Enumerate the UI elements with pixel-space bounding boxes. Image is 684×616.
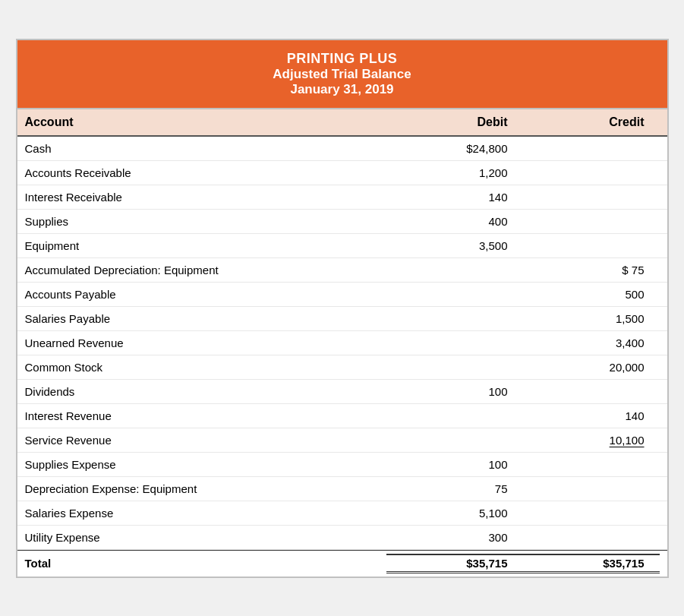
table-date: January 31, 2019	[25, 82, 660, 97]
account-cell: Dividends	[25, 385, 386, 398]
account-cell: Unearned Revenue	[25, 336, 386, 349]
table-row: Supplies400	[17, 210, 667, 234]
credit-cell: 140	[523, 409, 660, 422]
credit-cell: 1,500	[523, 312, 660, 325]
account-cell: Utility Expense	[25, 531, 386, 544]
table-row: Total$35,715$35,715	[17, 550, 667, 577]
debit-cell: 75	[386, 482, 523, 495]
table-row: Accounts Receivable1,200	[17, 161, 667, 185]
company-name: PRINTING PLUS	[25, 51, 660, 67]
table-row: Interest Revenue140	[17, 404, 667, 428]
table-row: Unearned Revenue3,400	[17, 331, 667, 355]
table-row: Equipment3,500	[17, 234, 667, 258]
col-credit-header: Credit	[523, 115, 660, 129]
account-cell: Salaries Expense	[25, 507, 386, 520]
account-cell: Interest Revenue	[25, 409, 386, 422]
account-cell: Common Stock	[25, 361, 386, 374]
col-account-header: Account	[25, 115, 386, 129]
debit-cell: 400	[386, 215, 523, 228]
account-cell: Accounts Payable	[25, 288, 386, 301]
debit-cell: 100	[386, 385, 523, 398]
account-cell: Total	[25, 557, 386, 570]
table-row: Interest Receivable140	[17, 185, 667, 210]
table-body: Cash$24,800Accounts Receivable1,200Inter…	[17, 137, 667, 577]
table-row: Service Revenue10,100	[17, 428, 667, 453]
table-title: Adjusted Trial Balance	[25, 67, 660, 82]
credit-cell: 500	[523, 288, 660, 301]
account-cell: Service Revenue	[25, 434, 386, 447]
table-row: Utility Expense300	[17, 526, 667, 550]
table-row: Salaries Expense5,100	[17, 501, 667, 526]
table-row: Accounts Payable500	[17, 283, 667, 307]
table-row: Supplies Expense100	[17, 453, 667, 477]
account-cell: Accumulated Depreciation: Equipment	[25, 264, 386, 276]
debit-cell: $24,800	[386, 142, 523, 155]
credit-cell: 10,100	[523, 434, 660, 447]
table-row: Cash$24,800	[17, 137, 667, 161]
debit-cell: 100	[386, 458, 523, 471]
account-cell: Depreciation Expense: Equipment	[25, 482, 386, 495]
table-row: Common Stock20,000	[17, 355, 667, 380]
table-header: PRINTING PLUS Adjusted Trial Balance Jan…	[17, 40, 667, 109]
main-table: PRINTING PLUS Adjusted Trial Balance Jan…	[16, 39, 669, 578]
credit-cell: $35,715	[523, 554, 660, 573]
account-cell: Interest Receivable	[25, 191, 386, 204]
table-row: Dividends100	[17, 380, 667, 404]
credit-cell: 20,000	[523, 361, 660, 374]
debit-cell: 300	[386, 531, 523, 544]
account-cell: Supplies Expense	[25, 458, 386, 471]
account-cell: Supplies	[25, 215, 386, 228]
table-row: Accumulated Depreciation: Equipment$ 75	[17, 258, 667, 283]
table-row: Depreciation Expense: Equipment75	[17, 477, 667, 501]
debit-cell: $35,715	[386, 554, 523, 573]
account-cell: Equipment	[25, 239, 386, 252]
debit-cell: 1,200	[386, 166, 523, 179]
debit-cell: 3,500	[386, 239, 523, 252]
account-cell: Accounts Receivable	[25, 166, 386, 179]
column-headers: Account Debit Credit	[17, 109, 667, 137]
account-cell: Salaries Payable	[25, 312, 386, 325]
credit-cell: 3,400	[523, 336, 660, 349]
debit-cell: 5,100	[386, 507, 523, 520]
debit-cell: 140	[386, 191, 523, 204]
table-row: Salaries Payable1,500	[17, 307, 667, 331]
credit-cell: $ 75	[523, 264, 660, 276]
account-cell: Cash	[25, 142, 386, 155]
col-debit-header: Debit	[386, 115, 523, 129]
